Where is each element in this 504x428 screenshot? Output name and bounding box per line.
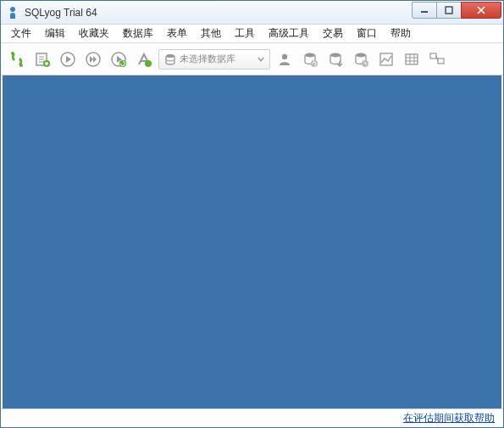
new-query-button[interactable]: [31, 48, 53, 70]
svg-point-18: [330, 53, 341, 57]
content-area: [3, 75, 501, 409]
database-selector[interactable]: 未选择数据库: [158, 49, 270, 69]
minimize-button[interactable]: [412, 2, 437, 19]
svg-rect-28: [438, 58, 444, 64]
format-button[interactable]: [133, 48, 155, 70]
menu-tools[interactable]: 工具: [228, 25, 262, 42]
svg-rect-22: [406, 54, 418, 64]
svg-point-16: [305, 53, 315, 57]
query-builder-button[interactable]: [426, 48, 448, 70]
app-window: SQLyog Trial 64 文件 编辑 收藏夹 数据库 表单 其他 工具 高…: [0, 0, 504, 428]
statusbar: 在评估期间获取帮助: [1, 409, 503, 427]
execute-button[interactable]: [57, 48, 79, 70]
menu-edit[interactable]: 编辑: [38, 25, 72, 42]
svg-point-14: [166, 54, 174, 58]
execute-all-button[interactable]: [82, 48, 104, 70]
maximize-button[interactable]: [436, 2, 462, 19]
menu-table[interactable]: 表单: [160, 25, 194, 42]
menu-favorites[interactable]: 收藏夹: [72, 25, 116, 42]
user-manager-button[interactable]: [274, 48, 296, 70]
database-selector-text: 未选择数据库: [180, 53, 235, 65]
svg-point-15: [282, 53, 287, 58]
menu-powertools[interactable]: 高级工具: [262, 25, 316, 42]
svg-point-17: [311, 60, 318, 67]
svg-point-19: [356, 53, 366, 57]
svg-point-13: [145, 60, 152, 67]
database-icon: [164, 53, 176, 65]
db-sync-button[interactable]: [299, 48, 321, 70]
svg-rect-27: [430, 53, 436, 58]
menu-file[interactable]: 文件: [4, 25, 38, 42]
chevron-down-icon: [258, 56, 264, 63]
app-title: SQLyog Trial 64: [25, 7, 413, 19]
svg-point-2: [11, 52, 14, 55]
menu-window[interactable]: 窗口: [350, 25, 384, 42]
db-import-button[interactable]: [324, 48, 346, 70]
menu-other[interactable]: 其他: [194, 25, 228, 42]
titlebar: SQLyog Trial 64: [1, 1, 503, 25]
menu-trade[interactable]: 交易: [316, 25, 350, 42]
db-schedule-button[interactable]: [350, 48, 372, 70]
svg-rect-1: [446, 7, 452, 14]
menubar: 文件 编辑 收藏夹 数据库 表单 其他 工具 高级工具 交易 窗口 帮助: [1, 25, 503, 43]
schema-designer-button[interactable]: [375, 48, 397, 70]
menu-database[interactable]: 数据库: [116, 25, 160, 42]
trial-help-link[interactable]: 在评估期间获取帮助: [403, 411, 495, 425]
toolbar: 未选择数据库: [1, 43, 503, 75]
svg-point-3: [19, 64, 23, 67]
window-controls: [413, 2, 501, 19]
close-button[interactable]: [461, 2, 501, 19]
table-data-button[interactable]: [401, 48, 423, 70]
svg-rect-0: [421, 11, 428, 13]
app-icon: [6, 6, 19, 19]
new-connection-button[interactable]: [6, 48, 28, 70]
menu-help[interactable]: 帮助: [384, 25, 418, 42]
execute-refresh-button[interactable]: [108, 48, 130, 70]
